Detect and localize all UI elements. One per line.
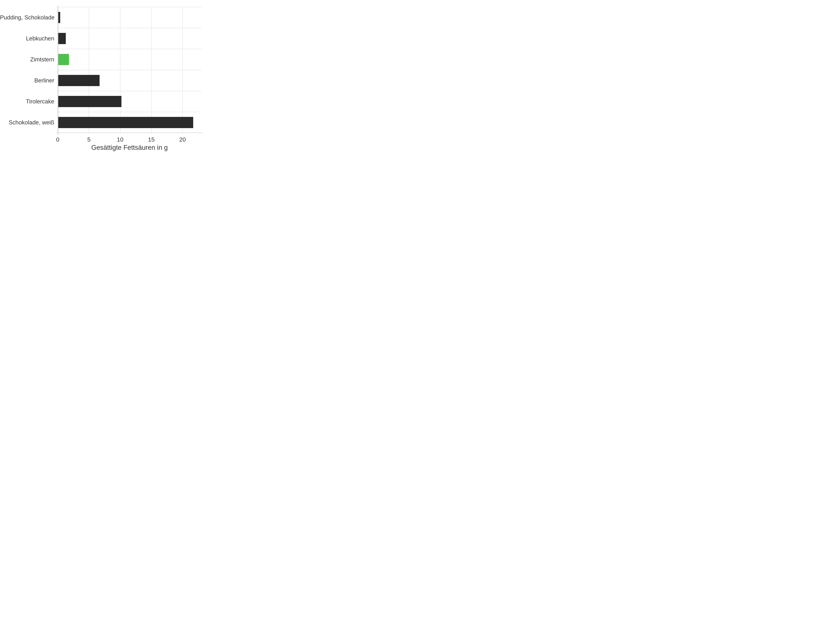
bar (58, 75, 99, 86)
bar (58, 117, 193, 128)
bar (58, 33, 66, 44)
x-axis-title: Gesättigte Fettsäuren in g (58, 144, 201, 152)
y-axis-line (58, 5, 58, 135)
bar-slot: Zimtstern (58, 49, 201, 70)
bar-slot: Lebkuchen (58, 28, 201, 49)
bar-slot: Berliner (58, 70, 201, 91)
bar-slot: Schokolade, weiß (58, 112, 201, 133)
y-tick-label: Lebkuchen (0, 35, 54, 42)
y-tick-label: Tirolercake (0, 98, 54, 105)
x-tick-label: 15 (148, 136, 155, 143)
bar (58, 96, 122, 107)
bar-chart: 05101520Pudding, SchokoladeLebkuchenZimt… (0, 0, 210, 158)
x-axis-line (56, 133, 203, 133)
y-tick-label: Zimtstern (0, 56, 54, 63)
y-tick-label: Pudding, Schokolade (0, 14, 54, 21)
bar-slot: Tirolercake (58, 91, 201, 112)
x-tick-label: 20 (179, 136, 186, 143)
y-tick-label: Schokolade, weiß (0, 119, 54, 126)
x-tick-label: 10 (117, 136, 123, 143)
y-tick-label: Berliner (0, 77, 54, 84)
plot-area: 05101520Pudding, SchokoladeLebkuchenZimt… (58, 7, 201, 133)
bar-slot: Pudding, Schokolade (58, 7, 201, 28)
x-tick-label: 0 (56, 136, 60, 143)
x-tick-label: 5 (87, 136, 91, 143)
bar (58, 54, 69, 65)
